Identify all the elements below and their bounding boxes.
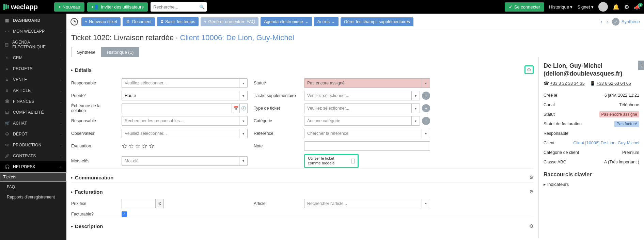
- motscles-select[interactable]: Mot-clé▾: [122, 156, 248, 166]
- global-search[interactable]: 🔍: [151, 2, 207, 12]
- article-select[interactable]: Rechercher l'article...▾: [304, 199, 430, 208]
- time-button[interactable]: ⧗Saisir les temps: [157, 17, 199, 26]
- sidebar-item-dashboard[interactable]: ▦DASHBOARD: [0, 15, 66, 26]
- new-button[interactable]: +Nouveau: [54, 2, 84, 12]
- responsable-select[interactable]: Veuillez sélectionner...▾: [122, 78, 248, 88]
- sidebar-item-achat[interactable]: 🛒ACHAT›: [0, 118, 66, 129]
- section-communication[interactable]: ▸Communication⚙: [71, 168, 534, 182]
- note-input[interactable]: [304, 141, 430, 151]
- sidebar-sub-faq[interactable]: FAQ: [0, 182, 66, 192]
- clock-icon[interactable]: 🕘: [240, 103, 248, 113]
- sidebar-item-crm[interactable]: ☺CRM›: [0, 52, 66, 63]
- plus-icon: +: [204, 19, 206, 24]
- observateur-select[interactable]: Veuillez sélectionner...▾: [122, 129, 248, 138]
- prev-button[interactable]: ‹: [599, 19, 603, 25]
- clock-icon[interactable]: ◔: [70, 18, 78, 26]
- facturable-checkbox[interactable]: ✓: [122, 211, 127, 217]
- chevron-right-icon: ›: [60, 100, 62, 103]
- statut-select[interactable]: Pas encore assigné▾: [304, 78, 430, 88]
- label-statut: Statut*: [254, 81, 298, 85]
- phone1-link[interactable]: +33 3 32 33 34 35: [550, 81, 584, 86]
- chevron-right-icon: ›: [60, 56, 62, 60]
- sidebar-item-compta[interactable]: ▤COMPTABILITÉ›: [0, 107, 66, 118]
- responsable2-select[interactable]: Rechercher les responsables...▾: [122, 116, 248, 126]
- sidebar-item-monweclapp[interactable]: ▭MON WECLAPP›: [0, 26, 66, 37]
- tache-select[interactable]: Veuillez sélectionner...▾: [304, 91, 420, 100]
- rating-stars[interactable]: ☆☆☆☆☆: [122, 142, 248, 150]
- add-button[interactable]: +: [422, 92, 430, 100]
- mobile-icon: 📱: [590, 81, 595, 86]
- reference-select[interactable]: Chercher la référence▾: [304, 129, 430, 138]
- section-details[interactable]: ▸ Détails ⚙: [71, 59, 534, 76]
- expand-panel-button[interactable]: ‹: [638, 61, 644, 70]
- signet-link[interactable]: Signet ▾: [578, 4, 594, 10]
- client-link[interactable]: Client 10006: De Lion, Guy-Michel: [180, 33, 294, 42]
- label-article: Article: [254, 201, 298, 206]
- manage-fields-button[interactable]: Gérer les champs supplémentaires: [341, 17, 413, 26]
- announce-icon[interactable]: 📣1: [634, 4, 641, 10]
- tab-historique[interactable]: Historique (1): [101, 47, 139, 57]
- add-button[interactable]: +: [422, 117, 430, 125]
- sidebar-sub-tickets[interactable]: Tickets: [0, 172, 66, 182]
- section-description[interactable]: ▸Description⚙: [71, 217, 534, 231]
- chevron-right-icon: ›: [60, 43, 62, 47]
- label-echeance: Échéance de la solution: [71, 103, 115, 113]
- synthese-link[interactable]: Synthèse: [622, 19, 640, 24]
- chevron-right-icon: ›: [60, 89, 62, 93]
- phones: ☎ +33 3 32 33 34 35 📱 +33 6 62 63 64 65: [544, 81, 639, 86]
- sidebar-item-helpdesk[interactable]: 🎧HELPDESK⌄: [0, 161, 66, 172]
- label-note: Note: [254, 144, 298, 148]
- invite-button[interactable]: +👤Inviter des utilisateurs: [87, 2, 148, 12]
- page-title: Ticket 1020: Livraison retardée · Client…: [66, 30, 644, 44]
- gear-icon[interactable]: ⚙: [529, 189, 534, 194]
- avatar[interactable]: [598, 2, 608, 12]
- bell-icon[interactable]: 🔔: [613, 4, 619, 10]
- new-ticket-button[interactable]: +Nouveau ticket: [81, 17, 121, 26]
- sidebar-item-agenda[interactable]: ▤AGENDA ÉLECTRONIQUE›: [0, 37, 66, 52]
- doc-icon: 🗎: [126, 19, 130, 24]
- agenda-button[interactable]: Agenda électronique ⌄: [261, 17, 312, 26]
- people-icon: ☺: [5, 55, 10, 60]
- connect-button[interactable]: Se connecter: [505, 2, 545, 12]
- calendar-icon[interactable]: 📅: [232, 103, 240, 113]
- echeance-input[interactable]: [122, 103, 232, 113]
- categorie-select[interactable]: Aucune catégorie▾: [304, 116, 420, 126]
- sidebar-item-article[interactable]: ≡ARTICLE›: [0, 85, 66, 96]
- autres-button[interactable]: Autres ⌄: [314, 17, 339, 26]
- priorite-select[interactable]: Haute▾: [122, 91, 248, 100]
- gear-icon[interactable]: ⚙: [529, 175, 534, 180]
- history-link[interactable]: Historique ▾: [549, 4, 572, 10]
- search-input[interactable]: [153, 4, 204, 10]
- sidebar-item-vente[interactable]: ≡VENTE›: [0, 74, 66, 85]
- chevron-down-icon: ⌄: [305, 19, 309, 24]
- sidebar-sub-reports[interactable]: Rapports d'enregistrement: [0, 192, 66, 202]
- sidebar-item-finances[interactable]: 🏛FINANCES›: [0, 96, 66, 107]
- gear-icon[interactable]: ⚙: [529, 223, 534, 229]
- client-link[interactable]: Client [10006] De Lion, Guy-Michel: [573, 141, 639, 145]
- document-button[interactable]: 🗎Document: [123, 17, 155, 26]
- type-select[interactable]: Veuillez sélectionner...▾: [304, 103, 420, 113]
- use-as-template[interactable]: Utiliser le ticket comme modèle: [304, 154, 359, 168]
- expand-button[interactable]: ⤢: [612, 18, 619, 26]
- tab-synthese[interactable]: Synthèse: [71, 47, 101, 57]
- chevron-down-icon: ▾: [411, 116, 420, 125]
- section-gear-icon[interactable]: ⚙: [524, 65, 534, 74]
- faq-button: +Générer une entrée FAQ: [201, 17, 258, 26]
- sidebar-item-production[interactable]: ⚙PRODUCTION›: [0, 140, 66, 150]
- settings-icon[interactable]: ⚙: [624, 4, 629, 10]
- sidebar-item-depot[interactable]: ⛁DÉPÔT›: [0, 129, 66, 140]
- sidebar-item-projets[interactable]: ≡PROJETS›: [0, 63, 66, 74]
- cog-icon: ⚙: [5, 143, 10, 147]
- phone2-link[interactable]: +33 6 62 63 64 65: [597, 81, 631, 86]
- section-facturation[interactable]: ▸Facturation⚙: [71, 182, 534, 197]
- checkbox[interactable]: [351, 159, 355, 163]
- label-reference: Référence: [254, 131, 298, 136]
- label-responsable: Responsable: [71, 81, 115, 85]
- prixfixe-input[interactable]: [122, 199, 156, 208]
- plus-icon: +: [58, 4, 61, 10]
- topbar: weclapp +Nouveau +👤Inviter des utilisate…: [0, 0, 644, 14]
- next-button[interactable]: ›: [606, 19, 610, 25]
- add-button[interactable]: +: [422, 104, 430, 112]
- sidebar-item-contrats[interactable]: 🖉CONTRATS›: [0, 150, 66, 161]
- chevron-right-icon: ›: [60, 111, 62, 114]
